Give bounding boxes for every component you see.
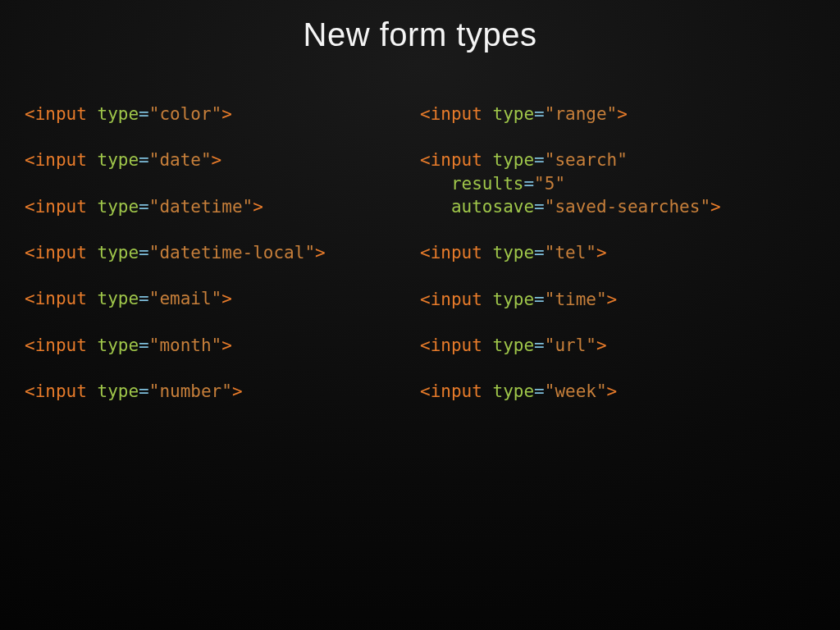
code-snippet: <input type="time"> xyxy=(420,288,815,311)
code-token-eq: = xyxy=(534,336,545,355)
code-token-attr: type xyxy=(493,243,535,262)
code-token-tag: <input xyxy=(420,381,482,401)
code-token-attr: type xyxy=(493,381,535,401)
code-snippet: <input type="color"> xyxy=(25,103,420,126)
code-token-eq: = xyxy=(534,381,545,401)
code-snippet: <input type="url"> xyxy=(420,334,815,357)
code-token-tag: <input xyxy=(25,104,87,124)
code-token-attr: type xyxy=(98,150,139,170)
code-token-eq: = xyxy=(534,197,545,217)
code-token-tag: > xyxy=(212,150,222,170)
code-token-attr: type xyxy=(98,104,139,124)
code-token-eq: = xyxy=(523,174,534,194)
code-token-eq: = xyxy=(534,290,545,309)
code-snippet: <input type="number"> xyxy=(25,380,420,403)
code-token-attr: autosave xyxy=(451,197,534,217)
code-token-tag: > xyxy=(221,104,232,124)
code-token-attr: type xyxy=(493,336,535,355)
code-token-eq: = xyxy=(534,243,545,262)
code-snippet: <input type="email"> xyxy=(25,287,420,310)
code-token-string: "email" xyxy=(149,289,222,308)
code-token-string: "date" xyxy=(149,150,212,170)
code-token-tag: <input xyxy=(25,336,87,355)
code-token-string: "time" xyxy=(545,290,607,309)
code-token-attr: type xyxy=(493,150,535,170)
code-token-eq: = xyxy=(139,197,149,217)
code-snippet: <input type="month"> xyxy=(25,334,420,357)
right-column: <input type="range"><input type="search"… xyxy=(420,103,815,427)
code-token-attr: type xyxy=(98,381,139,401)
code-token-tag: <input xyxy=(420,336,482,355)
code-token-tag: > xyxy=(315,243,326,262)
code-snippet: <input type="tel"> xyxy=(420,241,815,264)
code-token-string: "week" xyxy=(545,381,607,401)
slide-title: New form types xyxy=(0,16,840,53)
code-columns: <input type="color"><input type="date"><… xyxy=(0,103,840,427)
code-token-tag: > xyxy=(253,197,263,217)
code-token-attr: type xyxy=(493,290,535,309)
code-token-tag: <input xyxy=(25,381,87,401)
code-token-string: "datetime-local" xyxy=(149,243,315,262)
code-snippet: <input type="week"> xyxy=(420,380,815,403)
code-token-tag: > xyxy=(232,381,243,401)
code-token-string: "month" xyxy=(149,336,222,355)
code-token-attr: type xyxy=(98,336,139,355)
code-token-tag: > xyxy=(596,336,607,355)
code-token-string: "range" xyxy=(545,104,618,124)
code-snippet: <input type="datetime"> xyxy=(25,195,420,218)
code-token-string: "color" xyxy=(149,104,222,124)
code-token-string: "search" xyxy=(545,150,628,170)
code-token-attr: type xyxy=(98,197,139,217)
code-token-tag: > xyxy=(607,381,618,401)
code-token-tag: > xyxy=(710,197,721,217)
code-token-tag: <input xyxy=(25,289,87,308)
code-token-attr: results xyxy=(451,174,524,194)
code-token-tag: > xyxy=(617,104,628,124)
code-token-eq: = xyxy=(534,104,545,124)
slide: New form types <input type="color"><inpu… xyxy=(0,0,840,630)
code-snippet: <input type="range"> xyxy=(420,103,815,126)
code-token-tag: > xyxy=(596,243,607,262)
code-token-eq: = xyxy=(139,150,149,170)
code-snippet: <input type="date"> xyxy=(25,148,420,171)
code-token-eq: = xyxy=(139,243,149,262)
code-token-tag: <input xyxy=(420,150,482,170)
left-column: <input type="color"><input type="date"><… xyxy=(25,103,420,427)
code-token-string: "url" xyxy=(545,336,596,355)
code-token-eq: = xyxy=(139,104,149,124)
code-token-tag: <input xyxy=(25,150,87,170)
code-token-string: "number" xyxy=(149,381,232,401)
code-token-tag: <input xyxy=(25,243,87,262)
code-token-attr: type xyxy=(98,243,139,262)
code-token-tag: > xyxy=(607,290,618,309)
code-token-tag: <input xyxy=(420,290,482,309)
code-token-string: "datetime" xyxy=(149,197,253,217)
code-token-tag: <input xyxy=(25,197,87,217)
code-token-eq: = xyxy=(139,336,149,355)
code-token-tag: > xyxy=(221,336,232,355)
code-token-attr: type xyxy=(98,289,139,308)
code-token-attr: type xyxy=(493,104,535,124)
code-token-eq: = xyxy=(139,289,149,308)
code-snippet: <input type="datetime-local"> xyxy=(25,241,420,264)
code-token-tag: > xyxy=(221,289,232,308)
code-token-tag: <input xyxy=(420,243,482,262)
code-token-eq: = xyxy=(534,150,545,170)
code-snippet: <input type="search" results="5" autosav… xyxy=(420,148,815,218)
code-token-string: "saved-searches" xyxy=(545,197,710,217)
code-token-tag: <input xyxy=(420,104,482,124)
code-token-string: "tel" xyxy=(545,243,596,262)
code-token-string: "5" xyxy=(534,174,565,194)
code-token-eq: = xyxy=(139,381,149,401)
